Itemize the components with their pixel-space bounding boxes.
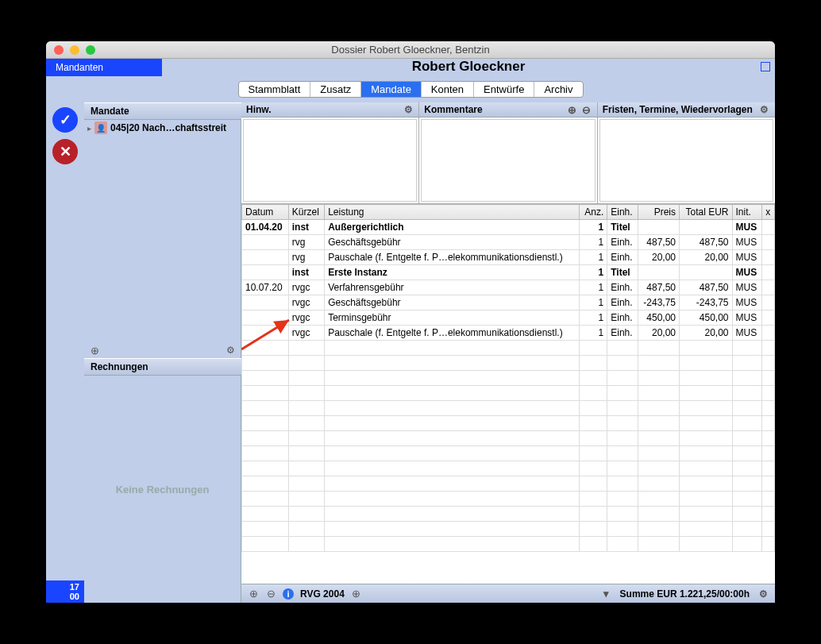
tab-bar: StammblattZusatzMandateKontenEntwürfeArc… xyxy=(46,76,775,102)
client-name: Robert Gloeckner xyxy=(162,59,775,76)
frist-gear-icon[interactable] xyxy=(759,104,770,115)
mandate-gear-icon[interactable] xyxy=(225,345,236,356)
komm-add-icon[interactable] xyxy=(567,104,578,115)
window-title: Dossier Robert Gloeckner, Bentzin xyxy=(46,44,775,56)
avatar-icon: 👤 xyxy=(94,121,107,134)
hinw-gear-icon[interactable] xyxy=(403,104,414,115)
info-icon[interactable]: i xyxy=(283,588,294,600)
komm-body[interactable] xyxy=(421,119,595,202)
tab-mandate[interactable]: Mandate xyxy=(361,82,422,97)
panel-fristen: Fristen, Termine, Wiedervorlagen xyxy=(598,102,775,203)
tab-stammblatt[interactable]: Stammblatt xyxy=(239,82,311,97)
col-1[interactable]: Kürzel xyxy=(288,205,324,220)
table-row[interactable]: 01.04.20instAußergerichtlich1TitelMUS xyxy=(242,220,775,235)
disclosure-icon[interactable] xyxy=(87,122,91,133)
col-7[interactable]: Init. xyxy=(732,205,762,220)
sb-add-icon[interactable] xyxy=(248,588,259,600)
table-row[interactable]: instErste Instanz1TitelMUS xyxy=(242,265,775,280)
counter-bottom: 00 xyxy=(51,592,79,601)
rvg-label: RVG 2004 xyxy=(300,588,345,600)
mandate-list: 👤 045|20 Nach…chaftsstreit xyxy=(84,120,241,358)
table-row-empty[interactable] xyxy=(242,476,775,492)
cancel-button[interactable]: ✕ xyxy=(52,139,78,164)
sb-remove-icon[interactable] xyxy=(265,588,276,600)
mandate-list-footer xyxy=(84,342,241,358)
tab-entwürfe[interactable]: Entwürfe xyxy=(474,82,534,97)
main-panel: Hinw. Kommentare Fristen, Termine, Wiede… xyxy=(241,102,775,603)
table-row[interactable]: rvgcGeschäftsgebühr1Einh.-243,75-243,75M… xyxy=(242,295,775,310)
table-row-empty[interactable] xyxy=(242,507,775,522)
hinw-body[interactable] xyxy=(243,119,417,202)
counter-top: 17 xyxy=(51,582,79,592)
table-row[interactable]: rvgcTerminsgebühr1Einh.450,00450,00MUS xyxy=(242,310,775,326)
mandate-header: Mandate xyxy=(84,102,241,120)
panel-kommentare: Kommentare xyxy=(419,102,597,203)
table-row-empty[interactable] xyxy=(242,341,775,356)
col-8[interactable]: x xyxy=(762,205,775,220)
col-2[interactable]: Leistung xyxy=(325,205,580,220)
col-4[interactable]: Einh. xyxy=(607,205,638,220)
table-row-empty[interactable] xyxy=(242,492,775,507)
expand-icon[interactable] xyxy=(761,62,770,71)
confirm-button[interactable]: ✓ xyxy=(52,107,78,133)
client-name-text: Robert Gloeckner xyxy=(412,59,526,74)
table-row[interactable]: rvgPauschale (f. Entgelte f. P…elekommun… xyxy=(242,250,775,265)
table-wrap[interactable]: DatumKürzelLeistungAnz.Einh.PreisTotal E… xyxy=(241,204,775,584)
add-mandate-icon[interactable] xyxy=(89,345,100,356)
table-row-empty[interactable] xyxy=(242,401,775,416)
panel-komm-label: Kommentare xyxy=(424,104,482,115)
col-5[interactable]: Preis xyxy=(638,205,679,220)
table-row-empty[interactable] xyxy=(242,522,775,537)
table-row-empty[interactable] xyxy=(242,461,775,476)
col-0[interactable]: Datum xyxy=(242,205,289,220)
panel-frist-label: Fristen, Termine, Wiedervorlagen xyxy=(603,104,753,115)
table-row-empty[interactable] xyxy=(242,537,775,552)
dropdown-icon[interactable] xyxy=(601,588,612,600)
table-row-empty[interactable] xyxy=(242,356,775,371)
rechnungen-header: Rechnungen xyxy=(84,358,241,376)
table-row-empty[interactable] xyxy=(242,386,775,401)
rechnungen-empty: Keine Rechnungen xyxy=(84,376,241,603)
panel-hinw: Hinw. xyxy=(241,102,419,203)
tab-konten[interactable]: Konten xyxy=(422,82,474,97)
table-row-empty[interactable] xyxy=(242,431,775,446)
titlebar: Dossier Robert Gloeckner, Bentzin xyxy=(46,41,775,59)
rvg-add-icon[interactable] xyxy=(351,588,362,600)
counter-badge: 17 00 xyxy=(46,580,84,603)
app-window: Dossier Robert Gloeckner, Bentzin Mandan… xyxy=(46,41,775,603)
status-bar: i RVG 2004 Summe EUR 1.221,25/00:00h xyxy=(241,584,775,603)
table-row[interactable]: rvgcPauschale (f. Entgelte f. P…elekommu… xyxy=(242,326,775,341)
col-3[interactable]: Anz. xyxy=(580,205,607,220)
mandate-item[interactable]: 👤 045|20 Nach…chaftsstreit xyxy=(84,120,241,136)
sidebar: Mandate 👤 045|20 Nach…chaftsstreit Rechn… xyxy=(84,102,241,603)
table-row-empty[interactable] xyxy=(242,416,775,431)
table-row[interactable]: 10.07.20rvgcVerfahrensgebühr1Einh.487,50… xyxy=(242,280,775,295)
top-bar: Mandanten Robert Gloeckner xyxy=(46,59,775,76)
table-row-empty[interactable] xyxy=(242,446,775,461)
sb-gear-icon[interactable] xyxy=(757,588,769,600)
panel-hinw-label: Hinw. xyxy=(246,104,272,115)
table-row-empty[interactable] xyxy=(242,371,775,386)
summe-label: Summe EUR 1.221,25/00:00h xyxy=(620,588,750,600)
services-table[interactable]: DatumKürzelLeistungAnz.Einh.PreisTotal E… xyxy=(241,204,775,552)
mandate-item-label: 045|20 Nach…chaftsstreit xyxy=(110,122,226,133)
left-action-column: ✓ ✕ 17 00 xyxy=(46,102,84,603)
frist-body[interactable] xyxy=(599,119,773,202)
table-row[interactable]: rvgGeschäftsgebühr1Einh.487,50487,50MUS xyxy=(242,235,775,250)
mandanten-button[interactable]: Mandanten xyxy=(46,59,162,76)
tab-zusatz[interactable]: Zusatz xyxy=(310,82,361,97)
body: ✓ ✕ 17 00 Mandate 👤 045|20 Nach…chaftsst… xyxy=(46,102,775,603)
col-6[interactable]: Total EUR xyxy=(680,205,732,220)
top-panels: Hinw. Kommentare Fristen, Termine, Wiede… xyxy=(241,102,775,204)
komm-remove-icon[interactable] xyxy=(581,104,592,115)
tab-archiv[interactable]: Archiv xyxy=(534,82,582,97)
